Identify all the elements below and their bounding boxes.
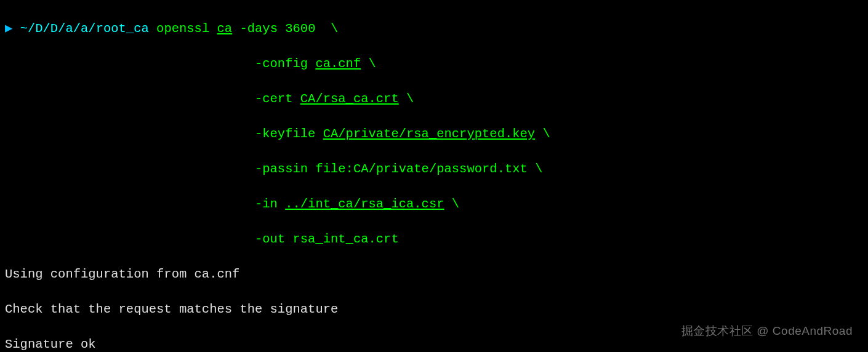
command-indent: [5, 231, 255, 249]
command-arg-config: -config: [255, 57, 315, 71]
prompt-arrow-icon: ▶: [5, 22, 12, 36]
command-arg-passin: -passin file:CA/private/password.txt \: [255, 162, 542, 176]
command-arg-cert-file: CA/rsa_ca.crt: [300, 92, 399, 106]
command-indent: [5, 161, 255, 178]
command-indent: [5, 196, 255, 214]
watermark-text: 掘金技术社区 @ CodeAndRoad: [681, 322, 853, 340]
command-arg-keyfile: -keyfile: [255, 127, 323, 141]
command-arg-days: -days 3600 \: [232, 22, 338, 36]
command-arg-in-file: ../int_ca/rsa_ica.csr: [285, 197, 444, 211]
command-indent: [5, 126, 255, 143]
command-line-5[interactable]: -passin file:CA/private/password.txt \: [5, 161, 863, 178]
command-indent: [5, 55, 255, 73]
command-arg-in: -in: [255, 197, 285, 211]
output-line: Using configuration from ca.cnf: [5, 266, 863, 284]
command-line-2[interactable]: -config ca.cnf \: [5, 55, 863, 73]
command-line-4[interactable]: -keyfile CA/private/rsa_encrypted.key \: [5, 126, 863, 143]
command-continuation: \: [399, 92, 414, 106]
command-arg-config-file: ca.cnf: [315, 57, 361, 71]
output-line: Check that the request matches the signa…: [5, 301, 863, 319]
command-line-1[interactable]: ▶ ~/D/D/a/a/root_ca openssl ca -days 360…: [5, 20, 863, 38]
command-indent: [5, 90, 255, 108]
command-openssl: openssl: [156, 22, 209, 36]
command-line-7[interactable]: -out rsa_int_ca.crt: [5, 231, 863, 249]
command-arg-cert: -cert: [255, 92, 300, 106]
command-continuation: \: [361, 57, 376, 71]
command-arg-ca: ca: [217, 22, 233, 36]
command-continuation: \: [535, 127, 550, 141]
terminal-window[interactable]: ▶ ~/D/D/a/a/root_ca openssl ca -days 360…: [0, 0, 868, 352]
command-arg-keyfile-path: CA/private/rsa_encrypted.key: [323, 127, 535, 141]
command-arg-out: -out rsa_int_ca.crt: [255, 232, 399, 246]
prompt-path: ~/D/D/a/a/root_ca: [20, 22, 149, 36]
command-continuation: \: [444, 197, 460, 211]
command-line-3[interactable]: -cert CA/rsa_ca.crt \: [5, 90, 863, 108]
command-line-6[interactable]: -in ../int_ca/rsa_ica.csr \: [5, 196, 863, 214]
